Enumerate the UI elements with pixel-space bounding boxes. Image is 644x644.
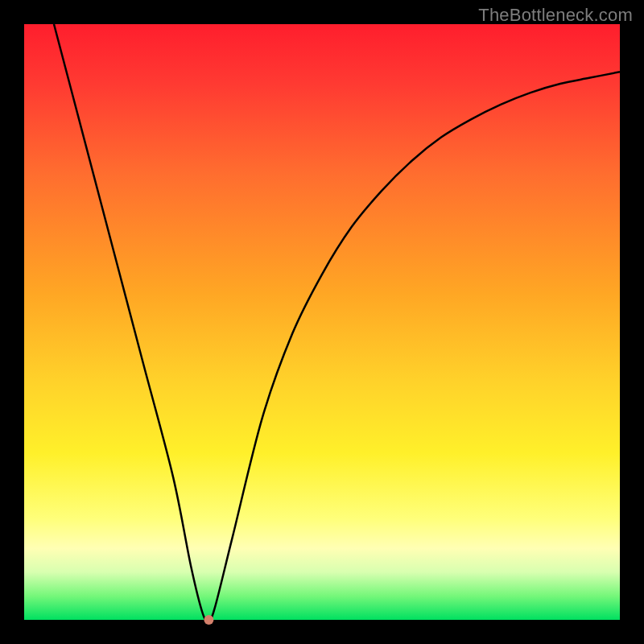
chart-container: TheBottleneck.com xyxy=(0,0,644,644)
watermark-text: TheBottleneck.com xyxy=(478,5,633,26)
plot-area xyxy=(24,24,620,620)
minimum-marker xyxy=(204,615,213,625)
bottleneck-curve xyxy=(54,24,620,621)
curve-svg xyxy=(24,24,620,620)
